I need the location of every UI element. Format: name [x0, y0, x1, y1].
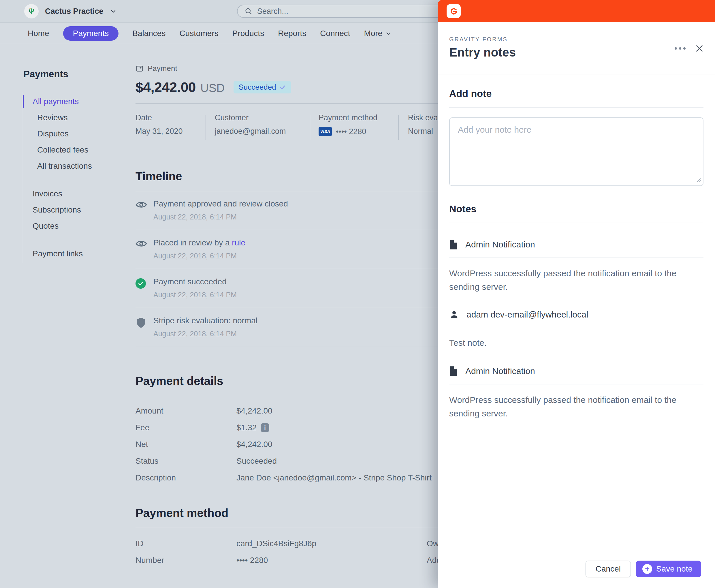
visa-badge: VISA	[319, 127, 332, 136]
timeline-event: Payment approved and review closed Augus…	[135, 191, 438, 230]
info-icon[interactable]: i	[261, 423, 269, 432]
nav-more[interactable]: More	[364, 29, 392, 38]
event-text: Stripe risk evaluation: normal	[153, 316, 257, 325]
note-author: Admin Notification	[465, 240, 535, 249]
sidebar-item-collected-fees[interactable]: Collected fees	[23, 142, 127, 158]
detail-label: ID	[135, 539, 236, 548]
divider	[449, 223, 703, 223]
nav-reports[interactable]: Reports	[278, 29, 306, 38]
payment-details-title: Payment details	[135, 375, 438, 387]
event-time: August 22, 2018, 6:14 PM	[153, 330, 438, 338]
sidebar-title: Payments	[23, 69, 127, 80]
sidebar-spacer	[23, 234, 127, 246]
sidebar-item-quotes[interactable]: Quotes	[23, 218, 127, 234]
sidebar-item-label: Subscriptions	[32, 205, 81, 214]
note-author: adam dev-email@flywheel.local	[467, 310, 588, 319]
payment-amount: $4,242.00	[135, 79, 196, 95]
meta-label: Risk evaluation	[408, 113, 438, 122]
detail-label: Status	[135, 457, 236, 466]
cancel-button[interactable]: Cancel	[586, 561, 631, 577]
note-input[interactable]	[449, 118, 703, 186]
note-item: Admin Notification WordPress successfull…	[449, 239, 703, 294]
sidebar-item-label: Disputes	[37, 129, 69, 139]
detail-label: Net	[135, 440, 236, 449]
detail-row-amount: Amount $4,242.00	[135, 406, 438, 423]
detail-value: Jane Doe <janedoe@gmail.com> - Stripe Sh…	[236, 473, 432, 482]
payment-icon	[135, 65, 144, 73]
divider	[449, 327, 703, 327]
payment-detail-main: Payment $4,242.00 USD Succeeded Date May…	[135, 64, 438, 571]
sidebar-list: All payments Reviews Disputes Collected …	[23, 92, 127, 263]
panel-orange-header	[438, 0, 715, 22]
nav-more-label: More	[364, 29, 383, 38]
sidebar-item-all-transactions[interactable]: All transactions	[23, 158, 127, 174]
meta-customer: Customer janedoe@gmail.com	[215, 113, 286, 136]
nav-customers[interactable]: Customers	[179, 29, 218, 38]
payments-sidebar: Payments All payments Reviews Disputes C…	[23, 69, 127, 263]
note-body: WordPress successfully passed the notifi…	[449, 267, 703, 294]
sidebar-item-reviews[interactable]: Reviews	[23, 110, 127, 126]
check-icon	[279, 84, 286, 91]
divider	[449, 384, 703, 384]
timeline-title: Timeline	[135, 170, 438, 183]
meta-value: janedoe@gmail.com	[215, 127, 286, 136]
file-icon	[449, 239, 458, 250]
event-text: Payment succeeded	[153, 277, 226, 286]
check-circle-icon	[135, 278, 146, 289]
file-icon	[449, 366, 458, 377]
divider	[135, 528, 438, 528]
note-item: adam dev-email@flywheel.local Test note.	[449, 310, 703, 350]
sidebar-item-disputes[interactable]: Disputes	[23, 126, 127, 142]
meta-label: Payment method	[319, 113, 377, 122]
event-link[interactable]: rule	[232, 238, 245, 247]
note-input-wrap	[449, 118, 703, 187]
sidebar-item-label: Collected fees	[37, 145, 88, 154]
meta-label: Date	[135, 113, 183, 122]
more-options-icon[interactable]	[674, 46, 686, 51]
close-icon[interactable]	[695, 44, 704, 53]
timeline-event: Payment succeeded August 22, 2018, 6:14 …	[135, 269, 438, 308]
method-row-number: Number •••• 2280	[135, 556, 438, 571]
payment-method-section: Payment method ID card_DSic4BsiFg8J6p Nu…	[135, 507, 438, 571]
sidebar-item-subscriptions[interactable]: Subscriptions	[23, 202, 127, 218]
detail-value: $1.32	[236, 423, 257, 432]
sidebar-item-label: Reviews	[37, 113, 68, 122]
nav-connect[interactable]: Connect	[320, 29, 350, 38]
sidebar-item-label: All payments	[32, 97, 79, 106]
meta-payment-method: Payment method VISA •••• 2280	[319, 113, 377, 136]
nav-payments[interactable]: Payments	[63, 26, 119, 41]
divider	[398, 115, 399, 140]
sidebar-item-payment-links[interactable]: Payment links	[23, 246, 127, 262]
detail-label: Amount	[135, 406, 236, 416]
sidebar-spacer	[23, 174, 127, 186]
event-time: August 22, 2018, 6:14 PM	[153, 291, 438, 299]
org-switcher[interactable]: Cactus Practice	[24, 4, 117, 18]
event-text: Placed in review by a	[153, 238, 232, 247]
divider	[311, 115, 311, 140]
sidebar-item-invoices[interactable]: Invoices	[23, 186, 127, 202]
note-body: Test note.	[449, 336, 703, 350]
nav-home[interactable]: Home	[28, 29, 49, 38]
divider	[135, 396, 438, 396]
gravity-forms-logo-icon	[447, 4, 461, 18]
sidebar-item-label: Invoices	[32, 189, 62, 198]
sidebar-item-all-payments[interactable]: All payments	[23, 93, 127, 110]
event-time: August 22, 2018, 6:14 PM	[153, 213, 438, 221]
payment-type-label: Payment	[148, 64, 177, 73]
panel-actions	[674, 44, 704, 53]
nav-balances[interactable]: Balances	[132, 29, 166, 38]
user-icon	[449, 310, 459, 319]
search-icon	[244, 7, 253, 15]
active-indicator	[23, 95, 24, 108]
event-text: Payment approved and review closed	[153, 199, 288, 208]
save-note-button[interactable]: + Save note	[636, 561, 701, 577]
detail-value: $4,242.00	[236, 440, 273, 449]
timeline-event: Placed in review by a rule August 22, 20…	[135, 230, 438, 269]
save-note-label: Save note	[656, 564, 693, 573]
meta-value: May 31, 2020	[135, 127, 183, 136]
detail-row-net: Net $4,242.00	[135, 440, 438, 457]
detail-row-fee: Fee $1.32 i	[135, 423, 438, 440]
detail-value: card_DSic4BsiFg8J6p	[236, 539, 316, 548]
eye-icon	[135, 239, 147, 249]
nav-products[interactable]: Products	[232, 29, 264, 38]
